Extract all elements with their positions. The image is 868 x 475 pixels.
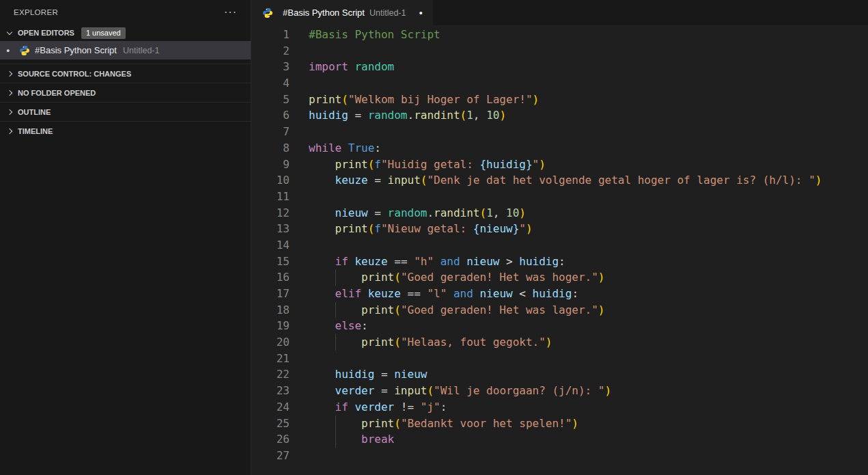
code-token: nieuw [394, 368, 427, 381]
code-line[interactable]: 8while True: [251, 140, 868, 157]
code-token: . [427, 206, 434, 219]
dirty-indicator[interactable]: ● [6, 47, 17, 54]
code-line[interactable]: 1#Basis Python Script [251, 27, 868, 43]
line-number[interactable]: 6 [251, 107, 290, 124]
indent [309, 269, 335, 286]
line-number[interactable]: 20 [251, 334, 290, 351]
line-number[interactable]: 4 [251, 75, 290, 92]
section-open-editors[interactable]: OPEN EDITORS 1 unsaved [0, 25, 251, 41]
code-line[interactable]: 13 print(f"Nieuw getal: {nieuw}") [251, 221, 868, 237]
code-line[interactable]: 26 break [251, 431, 868, 448]
line-number[interactable]: 11 [251, 189, 290, 205]
code-line[interactable]: 2 [251, 43, 868, 59]
line-number[interactable]: 19 [251, 318, 290, 334]
section-outline[interactable]: OUTLINE [0, 102, 251, 121]
code-token: print [335, 222, 368, 235]
line-number[interactable]: 21 [251, 351, 290, 367]
code-line[interactable]: 14 [251, 237, 868, 254]
code-token [341, 141, 348, 154]
code-token: : [361, 319, 368, 332]
code-line[interactable]: 9 print(f"Huidig getal: {huidig}") [251, 157, 868, 173]
line-number[interactable]: 25 [251, 416, 290, 432]
line-number[interactable]: 9 [251, 157, 290, 173]
code-line[interactable]: 21 [251, 351, 868, 367]
code-token: f [374, 158, 381, 171]
code-line[interactable]: 3import random [251, 59, 868, 75]
code-line[interactable]: 22 huidig = nieuw [251, 366, 868, 383]
line-number[interactable]: 27 [251, 448, 290, 464]
code-line[interactable]: 11 [251, 189, 868, 205]
line-number[interactable]: 15 [251, 254, 290, 270]
line-number[interactable]: 10 [251, 172, 290, 189]
code-line[interactable]: 15 if keuze == "h" and nieuw > huidig: [251, 254, 868, 270]
code-line[interactable]: 27 [251, 448, 868, 464]
code-line[interactable]: 20 print("Helaas, fout gegokt.") [251, 334, 868, 351]
line-number[interactable]: 8 [251, 140, 290, 157]
line-number[interactable]: 16 [251, 269, 290, 286]
code-line[interactable]: 6huidig = random.randint(1, 10) [251, 107, 868, 124]
code-line[interactable]: 4 [251, 75, 868, 92]
code-token [460, 255, 467, 268]
tab-title: #Basis Python Script [283, 8, 365, 18]
code-token: ( [341, 93, 348, 106]
indent [309, 205, 335, 221]
code-line[interactable]: 12 nieuw = random.randint(1, 10) [251, 205, 868, 221]
code-token: nieuw [480, 287, 513, 300]
code-line[interactable]: 24 if verder != "j": [251, 399, 868, 416]
code-token: #Basis Python Script [309, 28, 440, 41]
line-number[interactable]: 14 [251, 237, 290, 254]
section-source-control[interactable]: SOURCE CONTROL: CHANGES [0, 64, 251, 83]
section-timeline[interactable]: TIMELINE [0, 121, 251, 140]
line-number[interactable]: 18 [251, 302, 290, 318]
code-text: print("Helaas, fout gegokt.") [290, 334, 552, 351]
code-token: ) [598, 303, 605, 316]
code-token: "Welkom bij Hoger of Lager!" [348, 93, 533, 106]
line-number[interactable]: 22 [251, 366, 290, 383]
line-number[interactable]: 26 [251, 431, 290, 448]
code-token: "j" [421, 401, 440, 413]
code-token: ( [394, 271, 401, 284]
code-line[interactable]: 17 elif keuze == "l" and nieuw < huidig: [251, 286, 868, 302]
line-number[interactable]: 12 [251, 205, 290, 221]
line-number[interactable]: 24 [251, 399, 290, 416]
code-text: break [290, 431, 394, 448]
indent [309, 286, 335, 302]
code-line[interactable]: 25 print("Bedankt voor het spelen!") [251, 416, 868, 432]
line-number[interactable]: 5 [251, 92, 290, 108]
line-number[interactable]: 13 [251, 221, 290, 237]
line-number[interactable]: 2 [251, 43, 290, 59]
section-no-folder-opened[interactable]: NO FOLDER OPENED [0, 83, 251, 102]
line-number[interactable]: 1 [251, 27, 290, 43]
code-line[interactable]: 16 print("Goed geraden! Het was hoger.") [251, 269, 868, 286]
section-label: NO FOLDER OPENED [18, 89, 96, 97]
code-token: ) [572, 417, 578, 430]
code-token: != [394, 401, 421, 413]
line-number[interactable]: 23 [251, 383, 290, 399]
code-token: random [368, 109, 408, 122]
more-actions-button[interactable]: ··· [224, 9, 237, 16]
code-token: random [354, 60, 394, 73]
line-number[interactable]: 17 [251, 286, 290, 302]
code-line[interactable]: 18 print("Goed geraden! Het was lager.") [251, 302, 868, 318]
code-line[interactable]: 19 else: [251, 318, 868, 334]
open-editor-item[interactable]: ● #Basis Python Script Untitled-1 [0, 41, 251, 59]
line-number[interactable]: 3 [251, 59, 290, 75]
indent-guide [335, 302, 362, 318]
dirty-indicator[interactable]: ● [419, 10, 423, 16]
tab-basis-python-script[interactable]: #Basis Python Script Untitled-1 ● [251, 0, 433, 25]
code-token: f [374, 222, 381, 235]
code-line[interactable]: 10 keuze = input("Denk je dat het volgen… [251, 172, 868, 189]
line-number[interactable]: 7 [251, 124, 290, 140]
code-line[interactable]: 5print("Welkom bij Hoger of Lager!") [251, 92, 868, 108]
code-text: #Basis Python Script [290, 27, 440, 43]
code-token: if [335, 401, 348, 413]
code-token: print [361, 417, 394, 430]
code-token: ) [546, 336, 552, 349]
chevron-right-icon [7, 109, 12, 114]
code-token [473, 287, 480, 300]
code-token: "Goed geraden! Het was lager." [401, 303, 598, 316]
vscode-window: EXPLORER ··· OPEN EDITORS 1 unsaved ● #B… [0, 0, 868, 475]
code-line[interactable]: 23 verder = input("Wil je doorgaan? (j/n… [251, 383, 868, 399]
code-line[interactable]: 7 [251, 124, 868, 140]
code-token: ( [427, 384, 434, 397]
